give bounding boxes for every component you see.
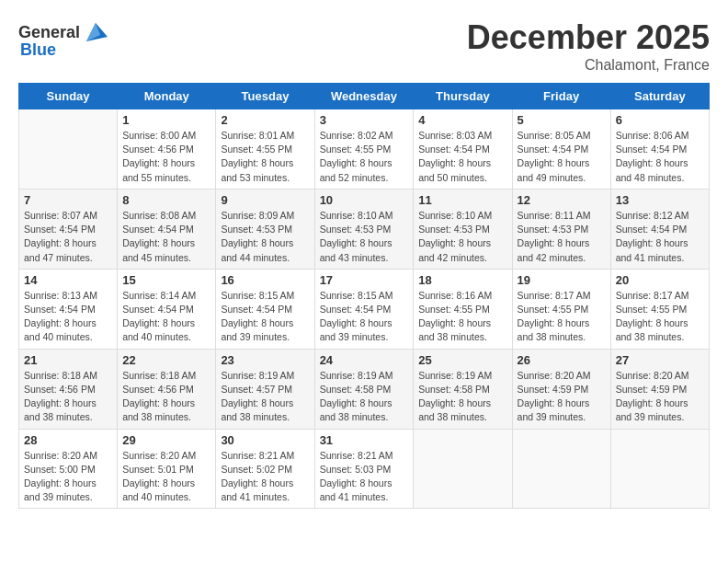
- calendar-cell: 2Sunrise: 8:01 AMSunset: 4:55 PMDaylight…: [216, 109, 314, 190]
- day-info: Sunrise: 8:20 AMSunset: 4:59 PMDaylight:…: [616, 369, 704, 425]
- day-number: 29: [122, 433, 210, 447]
- day-number: 10: [320, 193, 409, 207]
- day-number: 7: [24, 193, 112, 207]
- week-row-1: 1Sunrise: 8:00 AMSunset: 4:56 PMDaylight…: [19, 109, 710, 190]
- week-row-2: 7Sunrise: 8:07 AMSunset: 4:54 PMDaylight…: [19, 189, 710, 269]
- day-info: Sunrise: 8:15 AMSunset: 4:54 PMDaylight:…: [221, 289, 309, 345]
- day-number: 13: [616, 193, 704, 207]
- day-number: 28: [24, 433, 112, 447]
- day-info: Sunrise: 8:08 AMSunset: 4:54 PMDaylight:…: [122, 209, 210, 265]
- calendar-cell: 12Sunrise: 8:11 AMSunset: 4:53 PMDayligh…: [512, 189, 610, 269]
- calendar-cell: 31Sunrise: 8:21 AMSunset: 5:03 PMDayligh…: [314, 429, 414, 509]
- calendar-cell: 5Sunrise: 8:05 AMSunset: 4:54 PMDaylight…: [512, 109, 610, 190]
- calendar-cell: 8Sunrise: 8:08 AMSunset: 4:54 PMDaylight…: [118, 189, 216, 269]
- day-info: Sunrise: 8:19 AMSunset: 4:58 PMDaylight:…: [320, 369, 409, 425]
- day-info: Sunrise: 8:05 AMSunset: 4:54 PMDaylight:…: [518, 129, 606, 185]
- day-info: Sunrise: 8:15 AMSunset: 4:54 PMDaylight:…: [320, 289, 409, 345]
- day-number: 8: [122, 193, 210, 207]
- day-info: Sunrise: 8:09 AMSunset: 4:53 PMDaylight:…: [221, 209, 309, 265]
- day-info: Sunrise: 8:19 AMSunset: 4:57 PMDaylight:…: [221, 369, 309, 425]
- day-info: Sunrise: 8:03 AMSunset: 4:54 PMDaylight:…: [418, 129, 506, 185]
- day-number: 12: [518, 193, 606, 207]
- logo-general: General: [18, 23, 80, 42]
- calendar-cell: 30Sunrise: 8:21 AMSunset: 5:02 PMDayligh…: [216, 429, 314, 509]
- day-info: Sunrise: 8:12 AMSunset: 4:54 PMDaylight:…: [616, 209, 704, 265]
- day-number: 3: [320, 113, 409, 127]
- calendar-cell: 3Sunrise: 8:02 AMSunset: 4:55 PMDaylight…: [314, 109, 414, 190]
- day-number: 11: [418, 193, 506, 207]
- day-number: 14: [24, 273, 112, 287]
- calendar-cell: 15Sunrise: 8:14 AMSunset: 4:54 PMDayligh…: [118, 269, 216, 349]
- day-info: Sunrise: 8:07 AMSunset: 4:54 PMDaylight:…: [24, 209, 112, 265]
- day-number: 17: [320, 273, 409, 287]
- day-info: Sunrise: 8:01 AMSunset: 4:55 PMDaylight:…: [221, 129, 309, 185]
- day-number: 22: [122, 353, 210, 367]
- day-header-sunday: Sunday: [19, 84, 118, 109]
- day-info: Sunrise: 8:06 AMSunset: 4:54 PMDaylight:…: [616, 129, 704, 185]
- calendar-cell: 6Sunrise: 8:06 AMSunset: 4:54 PMDaylight…: [610, 109, 709, 190]
- day-number: 31: [320, 433, 409, 447]
- calendar-table: SundayMondayTuesdayWednesdayThursdayFrid…: [18, 83, 710, 509]
- day-header-monday: Monday: [118, 84, 216, 109]
- calendar-cell: 27Sunrise: 8:20 AMSunset: 4:59 PMDayligh…: [610, 349, 709, 429]
- day-headers-row: SundayMondayTuesdayWednesdayThursdayFrid…: [19, 84, 710, 109]
- day-header-thursday: Thursday: [414, 84, 512, 109]
- calendar-cell: 16Sunrise: 8:15 AMSunset: 4:54 PMDayligh…: [216, 269, 314, 349]
- calendar-cell: 28Sunrise: 8:20 AMSunset: 5:00 PMDayligh…: [19, 429, 118, 509]
- calendar-cell: 19Sunrise: 8:17 AMSunset: 4:55 PMDayligh…: [512, 269, 610, 349]
- calendar-cell: 9Sunrise: 8:09 AMSunset: 4:53 PMDaylight…: [216, 189, 314, 269]
- week-row-5: 28Sunrise: 8:20 AMSunset: 5:00 PMDayligh…: [19, 429, 710, 509]
- day-info: Sunrise: 8:16 AMSunset: 4:55 PMDaylight:…: [418, 289, 506, 345]
- day-number: 16: [221, 273, 309, 287]
- day-info: Sunrise: 8:20 AMSunset: 5:01 PMDaylight:…: [122, 449, 210, 505]
- calendar-cell: 10Sunrise: 8:10 AMSunset: 4:53 PMDayligh…: [314, 189, 414, 269]
- calendar-cell: 24Sunrise: 8:19 AMSunset: 4:58 PMDayligh…: [314, 349, 414, 429]
- calendar-cell: [414, 429, 512, 509]
- day-number: 21: [24, 353, 112, 367]
- day-info: Sunrise: 8:20 AMSunset: 5:00 PMDaylight:…: [24, 449, 112, 505]
- day-number: 20: [616, 273, 704, 287]
- day-info: Sunrise: 8:02 AMSunset: 4:55 PMDaylight:…: [320, 129, 409, 185]
- day-info: Sunrise: 8:21 AMSunset: 5:02 PMDaylight:…: [221, 449, 309, 505]
- day-info: Sunrise: 8:11 AMSunset: 4:53 PMDaylight:…: [518, 209, 606, 265]
- day-number: 6: [616, 113, 704, 127]
- title-area: December 2025 Chalamont, France: [467, 18, 710, 74]
- day-info: Sunrise: 8:13 AMSunset: 4:54 PMDaylight:…: [24, 289, 112, 345]
- day-number: 27: [616, 353, 704, 367]
- calendar-cell: 22Sunrise: 8:18 AMSunset: 4:56 PMDayligh…: [118, 349, 216, 429]
- calendar-cell: 1Sunrise: 8:00 AMSunset: 4:56 PMDaylight…: [118, 109, 216, 190]
- calendar-cell: 11Sunrise: 8:10 AMSunset: 4:53 PMDayligh…: [414, 189, 512, 269]
- day-info: Sunrise: 8:17 AMSunset: 4:55 PMDaylight:…: [616, 289, 704, 345]
- day-number: 24: [320, 353, 409, 367]
- calendar-cell: [19, 109, 118, 190]
- day-number: 15: [122, 273, 210, 287]
- day-info: Sunrise: 8:10 AMSunset: 4:53 PMDaylight:…: [320, 209, 409, 265]
- calendar-cell: 13Sunrise: 8:12 AMSunset: 4:54 PMDayligh…: [610, 189, 709, 269]
- day-number: 2: [221, 113, 309, 127]
- calendar-cell: 14Sunrise: 8:13 AMSunset: 4:54 PMDayligh…: [19, 269, 118, 349]
- day-info: Sunrise: 8:20 AMSunset: 4:59 PMDaylight:…: [518, 369, 606, 425]
- day-info: Sunrise: 8:00 AMSunset: 4:56 PMDaylight:…: [122, 129, 210, 185]
- calendar-cell: 26Sunrise: 8:20 AMSunset: 4:59 PMDayligh…: [512, 349, 610, 429]
- location-title: Chalamont, France: [467, 57, 710, 74]
- day-number: 1: [122, 113, 210, 127]
- calendar-cell: 29Sunrise: 8:20 AMSunset: 5:01 PMDayligh…: [118, 429, 216, 509]
- day-number: 4: [418, 113, 506, 127]
- day-info: Sunrise: 8:14 AMSunset: 4:54 PMDaylight:…: [122, 289, 210, 345]
- logo-icon: [82, 18, 109, 46]
- day-number: 5: [518, 113, 606, 127]
- day-header-tuesday: Tuesday: [216, 84, 314, 109]
- page-header: General Blue December 2025 Chalamont, Fr…: [18, 18, 710, 74]
- logo: General Blue: [18, 18, 109, 60]
- calendar-cell: 20Sunrise: 8:17 AMSunset: 4:55 PMDayligh…: [610, 269, 709, 349]
- week-row-4: 21Sunrise: 8:18 AMSunset: 4:56 PMDayligh…: [19, 349, 710, 429]
- day-number: 25: [418, 353, 506, 367]
- logo-blue: Blue: [20, 40, 56, 60]
- day-info: Sunrise: 8:18 AMSunset: 4:56 PMDaylight:…: [122, 369, 210, 425]
- day-number: 26: [518, 353, 606, 367]
- calendar-cell: 25Sunrise: 8:19 AMSunset: 4:58 PMDayligh…: [414, 349, 512, 429]
- week-row-3: 14Sunrise: 8:13 AMSunset: 4:54 PMDayligh…: [19, 269, 710, 349]
- day-header-saturday: Saturday: [610, 84, 709, 109]
- day-header-wednesday: Wednesday: [314, 84, 414, 109]
- day-info: Sunrise: 8:21 AMSunset: 5:03 PMDaylight:…: [320, 449, 409, 505]
